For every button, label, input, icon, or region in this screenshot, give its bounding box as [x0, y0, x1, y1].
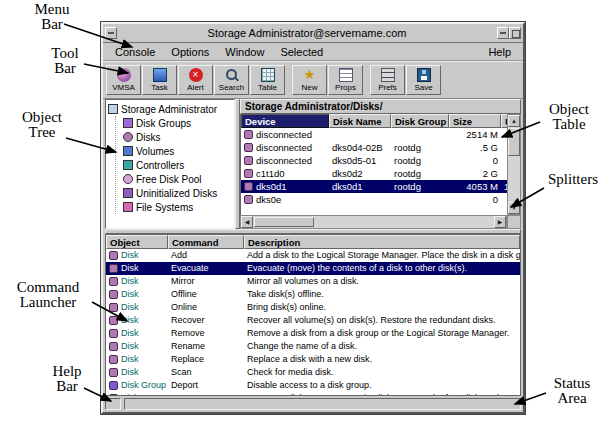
alert-icon — [189, 68, 203, 82]
vertical-scrollbar[interactable]: ▲ ▼ — [507, 114, 521, 215]
object-table-row[interactable]: disconnected dks0d5-01 rootdg 0 — [241, 154, 507, 167]
column-header-disk-group[interactable]: Disk Group — [391, 114, 449, 128]
object-table: Device Disk Name Disk Group Size Unused … — [240, 114, 521, 215]
table-button-label: Table — [258, 83, 277, 92]
menu-options[interactable]: Options — [163, 46, 217, 58]
command-row-recover[interactable]: Disk Recover Recover all volume(s) on di… — [106, 314, 520, 327]
menu-console[interactable]: Console — [107, 46, 163, 58]
status-area-field — [124, 398, 521, 410]
tree-root-label: Storage Administrator — [121, 104, 217, 115]
object-cell: Disk — [106, 353, 168, 366]
device-cell: disconnected — [241, 141, 329, 154]
horizontal-scrollbar[interactable]: ◀ ▶ — [240, 215, 507, 229]
column-header-description[interactable]: Description — [244, 235, 520, 249]
scroll-right-icon[interactable]: ▶ — [494, 216, 506, 228]
tree-item-controllers[interactable]: Controllers — [123, 158, 232, 172]
object-table-row[interactable]: disconnected 2514 M — [241, 128, 507, 141]
disk-group-cell: rootdg — [391, 180, 449, 193]
object-cell: Disk — [106, 314, 168, 327]
search-button[interactable]: Search — [214, 65, 249, 95]
command-row-offline[interactable]: Disk Offline Take disk(s) offline. — [106, 288, 520, 301]
object-table-row[interactable]: disconnected dks0d4-02B rootdg .5 G — [241, 141, 507, 154]
command-row-evacuate-selected[interactable]: Disk Evacuate Evacuate (move) the conten… — [106, 262, 520, 275]
command-row-remove[interactable]: Disk Remove Remove a disk from a disk gr… — [106, 327, 520, 340]
column-header-object[interactable]: Object — [106, 235, 168, 249]
new-button-label: New — [301, 83, 317, 92]
disks-icon — [123, 132, 133, 142]
description-cell: Change the name of a disk. — [244, 340, 520, 353]
object-table-rows: disconnected 2514 M disconnected dks0d4-… — [241, 128, 507, 215]
tree-item-volumes[interactable]: Volumes — [123, 144, 232, 158]
vertical-scroll-thumb[interactable] — [508, 128, 520, 156]
maximize-button[interactable] — [509, 27, 521, 39]
tree-item-free-disk-pool[interactable]: Free Disk Pool — [123, 172, 232, 186]
tree-item-uninitialized-disks[interactable]: Uninitialized Disks — [123, 186, 232, 200]
new-button[interactable]: New — [292, 65, 327, 95]
scroll-down-icon[interactable]: ▼ — [508, 202, 520, 214]
command-row-deport[interactable]: Disk Group Deport Disable access to a di… — [106, 379, 520, 392]
prefs-button[interactable]: Prefs — [370, 65, 405, 95]
object-table-row[interactable]: dks0e 0 — [241, 193, 507, 206]
command-row-online[interactable]: Disk Online Bring disk(s) online. — [106, 301, 520, 314]
column-header-disk-name[interactable]: Disk Name — [329, 114, 391, 128]
object-table-row-selected[interactable]: dks0d1 dks0d1 rootdg 4053 M 1 — [241, 180, 507, 193]
prefs-icon — [381, 68, 395, 82]
task-button[interactable]: Task — [142, 65, 177, 95]
menu-window[interactable]: Window — [217, 46, 272, 58]
description-cell: Recover all volume(s) on disk(s). Restor… — [244, 314, 520, 327]
description-cell: Bring disk(s) online. — [244, 301, 520, 314]
scroll-up-icon[interactable]: ▲ — [508, 115, 520, 127]
command-launcher-header: Object Command Description — [106, 235, 520, 249]
tree-item-file-systems[interactable]: File Systems — [123, 200, 232, 214]
alert-button[interactable]: Alert — [178, 65, 213, 95]
column-header-size[interactable]: Size — [449, 114, 501, 128]
description-cell: Take disk(s) offline. — [244, 288, 520, 301]
window-title: Storage Administrator@servername.com — [117, 27, 497, 39]
tool-bar: VMSA Task Alert Search Table New — [103, 61, 523, 99]
vmsa-button-label: VMSA — [112, 83, 135, 92]
object-cell: Disk — [106, 366, 168, 379]
save-button[interactable]: Save — [406, 65, 441, 95]
object-cell: Disk — [106, 301, 168, 314]
command-row-replace[interactable]: Disk Replace Replace a disk with a new d… — [106, 353, 520, 366]
tree-item-label: Volumes — [136, 146, 174, 157]
command-row-rename[interactable]: Disk Rename Change the name of a disk. — [106, 340, 520, 353]
vmsa-icon — [117, 68, 131, 82]
command-row-destroy[interactable]: Disk Group Destroy Destroy a disk group.… — [106, 392, 520, 395]
object-table-header: Device Disk Name Disk Group Size Unused — [241, 114, 507, 128]
window-menu-button[interactable] — [105, 27, 117, 39]
device-cell: disconnected — [241, 154, 329, 167]
description-cell: Remove a disk from a disk group or the L… — [244, 327, 520, 340]
description-cell: Mirror all volumes on a disk. — [244, 275, 520, 288]
command-cell: Offline — [168, 288, 244, 301]
command-row-add[interactable]: Disk Add Add a disk to the Logical Stora… — [106, 249, 520, 262]
disk-icon — [109, 290, 118, 299]
horizontal-scroll-thumb[interactable] — [254, 217, 314, 227]
disk-icon — [109, 342, 118, 351]
column-header-command[interactable]: Command — [168, 235, 244, 249]
table-button[interactable]: Table — [250, 65, 285, 95]
object-cell: Disk Group — [106, 392, 168, 395]
props-button[interactable]: Props — [328, 65, 363, 95]
object-table-row[interactable]: c1t1d0 dks0d2 rootdg 2 G — [241, 167, 507, 180]
command-row-scan[interactable]: Disk Scan Check for media disk. — [106, 366, 520, 379]
disk-icon — [244, 169, 253, 178]
props-icon — [339, 68, 353, 82]
toolbar-separator — [364, 66, 369, 94]
tree-item-disks[interactable]: Disks — [123, 130, 232, 144]
minimize-button[interactable] — [497, 27, 509, 39]
size-cell: 0 — [449, 154, 501, 167]
vmsa-button[interactable]: VMSA — [106, 65, 141, 95]
column-header-device[interactable]: Device — [241, 114, 329, 128]
command-launcher: Object Command Description Disk Add Add … — [105, 234, 521, 396]
task-icon — [153, 68, 167, 82]
object-cell: Disk — [106, 275, 168, 288]
scroll-left-icon[interactable]: ◀ — [241, 216, 253, 228]
menu-selected[interactable]: Selected — [272, 46, 331, 58]
tree-item-root[interactable]: Storage Administrator — [108, 102, 232, 116]
command-row-mirror[interactable]: Disk Mirror Mirror all volumes on a disk… — [106, 275, 520, 288]
tree-item-disk-groups[interactable]: Disk Groups — [123, 116, 232, 130]
disk-icon — [109, 368, 118, 377]
disk-icon — [109, 277, 118, 286]
menu-help[interactable]: Help — [480, 46, 519, 58]
